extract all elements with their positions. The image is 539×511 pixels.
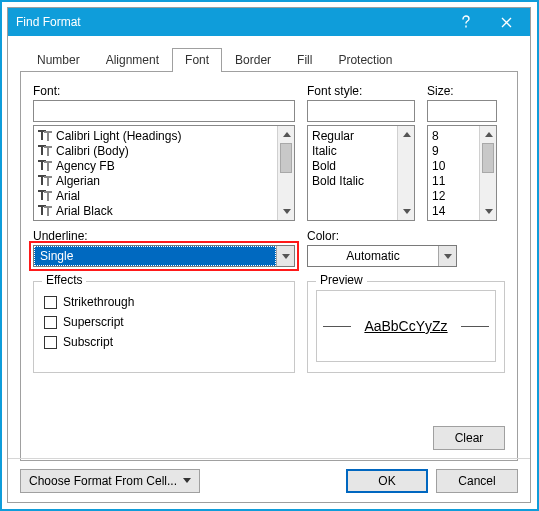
dropdown-button[interactable] xyxy=(438,246,456,266)
chevron-down-icon xyxy=(183,478,191,483)
effects-group: Effects Strikethrough Superscript Subscr… xyxy=(33,281,295,373)
scroll-thumb[interactable] xyxy=(482,143,494,173)
chevron-down-icon xyxy=(485,209,493,214)
scrollbar[interactable] xyxy=(397,126,414,220)
dialog-footer: Choose Format From Cell... OK Cancel xyxy=(8,458,530,502)
tab-fill[interactable]: Fill xyxy=(284,48,325,72)
scroll-up-button[interactable] xyxy=(278,126,295,143)
annotation-outer-border: Find Format Number Alignment Font Border… xyxy=(0,0,539,511)
list-item[interactable]: Arial xyxy=(36,188,275,203)
cancel-button[interactable]: Cancel xyxy=(436,469,518,493)
font-list-items: Calibri Light (Headings) Calibri (Body) … xyxy=(34,126,277,220)
style-list-items: Regular Italic Bold Bold Italic xyxy=(308,126,397,220)
size-listbox[interactable]: 8 9 10 11 12 14 xyxy=(427,125,497,221)
col-preview: Preview AaBbCcYyZz xyxy=(307,267,505,373)
tab-strip: Number Alignment Font Border Fill Protec… xyxy=(20,48,518,72)
clear-area: Clear xyxy=(433,426,505,450)
col-size: Size: 8 9 10 11 12 14 xyxy=(427,84,497,221)
row-effects-preview: Effects Strikethrough Superscript Subscr… xyxy=(33,267,505,373)
checkbox-icon xyxy=(44,336,57,349)
find-format-dialog: Find Format Number Alignment Font Border… xyxy=(7,7,531,503)
scroll-up-button[interactable] xyxy=(480,126,497,143)
label-size: Size: xyxy=(427,84,497,98)
color-value: Automatic xyxy=(308,246,438,266)
list-item[interactable]: Algerian xyxy=(36,173,275,188)
preview-group: Preview AaBbCcYyZz xyxy=(307,281,505,373)
truetype-icon xyxy=(38,145,52,157)
underline-combo[interactable]: Single xyxy=(33,245,295,267)
tab-alignment[interactable]: Alignment xyxy=(93,48,172,72)
list-item[interactable]: 14 xyxy=(430,203,477,218)
size-input[interactable] xyxy=(427,100,497,122)
scrollbar[interactable] xyxy=(479,126,496,220)
superscript-checkbox[interactable]: Superscript xyxy=(44,312,284,332)
col-effects: Effects Strikethrough Superscript Subscr… xyxy=(33,267,295,373)
col-underline: Underline: Single xyxy=(33,229,295,267)
col-color: Color: Automatic xyxy=(307,229,457,267)
truetype-icon xyxy=(38,160,52,172)
scroll-thumb[interactable] xyxy=(280,143,292,173)
tab-border[interactable]: Border xyxy=(222,48,284,72)
list-item[interactable]: Arial Black xyxy=(36,203,275,218)
label-font-style: Font style: xyxy=(307,84,415,98)
dropdown-button[interactable] xyxy=(276,246,294,266)
size-list-items: 8 9 10 11 12 14 xyxy=(428,126,479,220)
ok-button[interactable]: OK xyxy=(346,469,428,493)
row-underline-color: Underline: Single Color: Automatic xyxy=(33,229,505,267)
list-item[interactable]: Calibri Light (Headings) xyxy=(36,128,275,143)
list-item[interactable]: Calibri (Body) xyxy=(36,143,275,158)
list-item[interactable]: 9 xyxy=(430,143,477,158)
chevron-down-icon xyxy=(444,254,452,259)
truetype-icon xyxy=(38,175,52,187)
truetype-icon xyxy=(38,130,52,142)
scroll-down-button[interactable] xyxy=(480,203,497,220)
color-combo[interactable]: Automatic xyxy=(307,245,457,267)
subscript-label: Subscript xyxy=(63,335,113,349)
choose-format-from-cell-button[interactable]: Choose Format From Cell... xyxy=(20,469,200,493)
chevron-up-icon xyxy=(403,132,411,137)
list-item[interactable]: 8 xyxy=(430,128,477,143)
scroll-down-button[interactable] xyxy=(398,203,415,220)
list-item[interactable]: 12 xyxy=(430,188,477,203)
truetype-icon xyxy=(38,205,52,217)
label-underline: Underline: xyxy=(33,229,295,243)
chevron-down-icon xyxy=(283,209,291,214)
scrollbar[interactable] xyxy=(277,126,294,220)
scroll-up-button[interactable] xyxy=(398,126,415,143)
list-item[interactable]: Italic xyxy=(310,143,395,158)
font-input[interactable] xyxy=(33,100,295,122)
help-button[interactable] xyxy=(446,10,486,34)
chevron-up-icon xyxy=(485,132,493,137)
list-item[interactable]: 10 xyxy=(430,158,477,173)
label-font: Font: xyxy=(33,84,295,98)
checkbox-icon xyxy=(44,296,57,309)
truetype-icon xyxy=(38,190,52,202)
row-font-style-size: Font: Calibri Light (Headings) Calibri (… xyxy=(33,84,505,221)
titlebar: Find Format xyxy=(8,8,530,36)
dialog-title: Find Format xyxy=(16,15,446,29)
list-item[interactable]: Agency FB xyxy=(36,158,275,173)
close-button[interactable] xyxy=(486,10,526,34)
chevron-down-icon xyxy=(403,209,411,214)
list-item[interactable]: Regular xyxy=(310,128,395,143)
scroll-down-button[interactable] xyxy=(278,203,295,220)
font-style-input[interactable] xyxy=(307,100,415,122)
tab-protection[interactable]: Protection xyxy=(325,48,405,72)
tab-page-font: Font: Calibri Light (Headings) Calibri (… xyxy=(20,71,518,461)
tab-font[interactable]: Font xyxy=(172,48,222,72)
checkbox-icon xyxy=(44,316,57,329)
underline-value: Single xyxy=(34,246,276,266)
font-style-listbox[interactable]: Regular Italic Bold Bold Italic xyxy=(307,125,415,221)
font-listbox[interactable]: Calibri Light (Headings) Calibri (Body) … xyxy=(33,125,295,221)
subscript-checkbox[interactable]: Subscript xyxy=(44,332,284,352)
list-item[interactable]: Bold Italic xyxy=(310,173,395,188)
strikethrough-checkbox[interactable]: Strikethrough xyxy=(44,292,284,312)
list-item[interactable]: Bold xyxy=(310,158,395,173)
list-item[interactable]: 11 xyxy=(430,173,477,188)
strikethrough-label: Strikethrough xyxy=(63,295,134,309)
col-font-style: Font style: Regular Italic Bold Bold Ita… xyxy=(307,84,415,221)
tab-number[interactable]: Number xyxy=(24,48,93,72)
clear-button[interactable]: Clear xyxy=(433,426,505,450)
client-area: Number Alignment Font Border Fill Protec… xyxy=(8,36,530,502)
superscript-label: Superscript xyxy=(63,315,124,329)
